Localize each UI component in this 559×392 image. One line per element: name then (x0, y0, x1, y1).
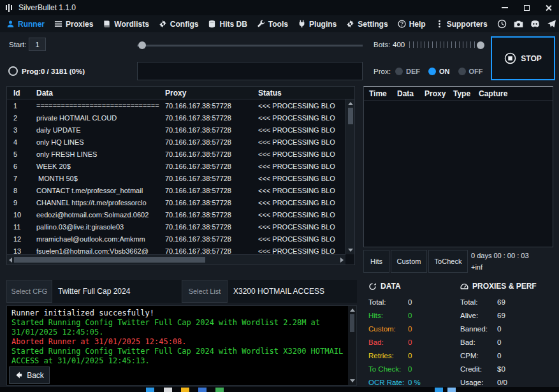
table-row[interactable]: 3 daily UPDATE 70.166.167.38:57728 <<< P… (7, 124, 345, 136)
cell-data: CONTACT t.me/professor_hotmail (36, 187, 165, 194)
start-slider[interactable] (137, 41, 363, 50)
nav-help[interactable]: Help (398, 20, 426, 29)
prox-option[interactable]: DEF (395, 68, 420, 75)
supporters-icon (435, 20, 444, 28)
gauge-icon (460, 282, 468, 291)
vertical-scrollbar[interactable] (345, 99, 354, 254)
stat-label: Banned: (460, 325, 497, 333)
table-row[interactable]: 2 private HOTMAIL CLOUD 70.166.167.38:57… (7, 112, 345, 124)
nav-wordlists[interactable]: Wordlists (103, 20, 149, 29)
tab-custom[interactable]: Custom (391, 250, 427, 273)
console-scroll-up-icon[interactable] (350, 309, 355, 312)
cell-data: only FRESH LINES (36, 150, 165, 158)
close-button[interactable] (537, 0, 559, 15)
stat-value: 0 (408, 325, 412, 333)
cell-proxy: 70.166.167.38:57728 (165, 138, 258, 146)
nav-hits-db[interactable]: Hits DB (208, 20, 247, 29)
telegram-icon[interactable] (547, 19, 556, 29)
maximize-button[interactable] (516, 0, 537, 15)
taskbar-icon[interactable] (435, 388, 443, 392)
column-id[interactable]: Id (7, 89, 36, 98)
camera-icon[interactable] (514, 19, 523, 29)
cell-id: 12 (7, 235, 36, 243)
bots-slider-thumb[interactable] (477, 41, 484, 49)
prox-radio-dot[interactable] (428, 68, 436, 75)
start-label: Start: (9, 41, 26, 48)
table-row[interactable]: 9 CHANNEL https://t.me/professorclo 70.1… (7, 196, 345, 208)
cell-id: 11 (7, 223, 36, 231)
taskbar-icon[interactable] (215, 388, 224, 392)
discord-icon[interactable] (530, 19, 540, 29)
console-scroll-down-icon[interactable] (350, 379, 355, 382)
horizontal-scroll-thumb[interactable] (14, 257, 205, 263)
cell-status: <<< PROCESSING BLO (258, 126, 345, 134)
back-button[interactable]: Back (9, 367, 50, 384)
prox-radio-dot[interactable] (458, 68, 466, 75)
nav-proxies[interactable]: Proxies (54, 20, 93, 29)
prox-radio-dot[interactable] (395, 68, 403, 75)
nav-runner[interactable]: Runner (6, 20, 45, 29)
nav-configs[interactable]: Configs (159, 20, 199, 29)
table-row[interactable]: 13 fsuelen1@hotmail.com:Vbsb3662@ 70.166… (7, 245, 345, 254)
taskbar-icon[interactable] (198, 388, 207, 392)
nav-settings[interactable]: Settings (346, 20, 388, 29)
table-row[interactable]: 6 WEEK 20$ 70.166.167.38:57728 <<< PROCE… (7, 160, 345, 172)
scroll-left-icon[interactable] (9, 258, 12, 263)
scroll-down-icon[interactable] (348, 249, 353, 252)
prox-option[interactable]: OFF (458, 68, 483, 75)
table-row[interactable]: 4 only HQ LINES 70.166.167.38:57728 <<< … (7, 136, 345, 148)
taskbar-icon[interactable] (146, 388, 154, 392)
scroll-up-icon[interactable] (348, 102, 353, 105)
column-time[interactable]: Time (369, 89, 397, 98)
nav-plugins[interactable]: Plugins (298, 20, 337, 29)
start-slider-thumb[interactable] (138, 41, 146, 49)
bots-slider-ticks (409, 41, 478, 48)
column-hit-proxy[interactable]: Proxy (425, 89, 453, 98)
horizontal-scrollbar[interactable] (7, 254, 345, 265)
history-icon[interactable] (497, 19, 507, 29)
nav-tools[interactable]: Tools (257, 20, 288, 29)
cell-id: 2 (7, 114, 36, 122)
vertical-scroll-thumb[interactable] (348, 108, 353, 124)
table-row[interactable]: 1 ============================== 70.166.… (7, 99, 345, 112)
column-type[interactable]: Type (453, 89, 479, 98)
table-row[interactable]: 11 pallino.03@live.it:girasole03 70.166.… (7, 221, 345, 233)
scroll-right-icon[interactable] (340, 258, 344, 263)
column-data[interactable]: Data (36, 89, 165, 98)
column-status[interactable]: Status (258, 89, 354, 98)
tab-tocheck[interactable]: ToCheck (428, 250, 468, 273)
stop-button[interactable]: STOP (491, 36, 555, 80)
nav-supporters[interactable]: Supporters (435, 20, 488, 29)
close-icon (545, 4, 552, 11)
taskbar-icon[interactable] (447, 388, 456, 392)
start-slider-track[interactable] (137, 45, 363, 47)
start-input[interactable] (29, 38, 46, 51)
select-list-button[interactable]: Select List (182, 280, 228, 303)
table-row[interactable]: 12 mramichael@outlook.com:Amkmm 70.166.1… (7, 233, 345, 245)
progress-radio[interactable] (8, 66, 18, 76)
tab-hits[interactable]: Hits (363, 250, 389, 273)
taskbar-icon[interactable] (181, 388, 189, 392)
minimize-button[interactable] (494, 0, 516, 15)
cell-status: <<< PROCESSING BLO (258, 247, 345, 255)
column-capture[interactable]: Capture (479, 89, 553, 98)
wordlists-icon (103, 20, 111, 28)
taskbar-sliver (0, 387, 559, 392)
table-row[interactable]: 7 MONTH 50$ 70.166.167.38:57728 <<< PROC… (7, 172, 345, 184)
column-proxy[interactable]: Proxy (165, 89, 258, 98)
sync-icon (368, 282, 377, 291)
prox-option[interactable]: ON (428, 68, 450, 75)
log-console[interactable]: Runner initialized succesfully! Started … (6, 305, 357, 386)
table-row[interactable]: 5 only FRESH LINES 70.166.167.38:57728 <… (7, 148, 345, 160)
bots-slider[interactable] (409, 40, 484, 50)
cell-proxy: 70.166.167.38:57728 (165, 187, 258, 194)
console-scrollbar[interactable] (348, 306, 356, 385)
taskbar-icon[interactable] (164, 388, 172, 392)
table-row[interactable]: 10 eedozi@hotmail.com:Solmazd.0602 70.16… (7, 208, 345, 221)
table-row[interactable]: 8 CONTACT t.me/professor_hotmail 70.166.… (7, 184, 345, 196)
stat-row: Hits: 0 (368, 309, 464, 322)
column-hit-data[interactable]: Data (397, 89, 425, 98)
cell-proxy: 70.166.167.38:57728 (165, 235, 258, 243)
console-scroll-thumb[interactable] (350, 314, 354, 332)
select-cfg-button[interactable]: Select CFG (6, 280, 52, 303)
